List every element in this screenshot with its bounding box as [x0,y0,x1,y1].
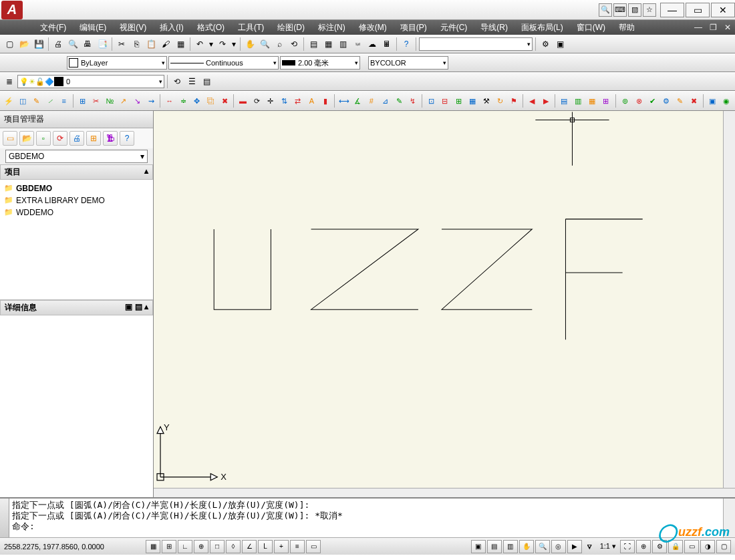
undo-drop-icon[interactable]: ▾ [208,37,214,51]
ducs-button[interactable]: L [258,540,273,553]
model-button[interactable]: ▣ [471,540,486,553]
vertical-scrollbar[interactable] [723,111,735,488]
panel3-icon[interactable]: ⊞ [452,94,465,108]
cross-ref-icon[interactable]: ✛ [264,94,277,108]
multiwire-icon[interactable]: ≡ [57,94,70,108]
menu-panel[interactable]: 面板布局(L) [514,22,570,33]
showmotion-button[interactable]: ▶ [567,540,582,553]
retag-icon[interactable]: ⟳ [251,94,263,108]
pm-section-header[interactable]: 项目 ▴ [0,164,153,180]
pan-icon[interactable]: ✋ [243,37,257,51]
wire-number-icon[interactable]: № [104,94,116,108]
dim2-icon[interactable]: ∡ [351,94,364,108]
tree-item-gbdemo[interactable]: GBDEMO [3,182,150,194]
report4-icon[interactable]: ⊞ [599,94,612,108]
properties-icon[interactable]: ▤ [307,37,320,51]
grid-button[interactable]: ⊞ [162,540,176,553]
audit5-icon[interactable]: ✎ [674,94,687,108]
doc-restore-button[interactable]: ❐ [706,22,720,33]
tool-palette-icon[interactable]: ▥ [336,37,349,51]
annoscale-icon[interactable]: ⛛ [583,543,596,551]
doc-minimize-button[interactable]: — [692,22,705,33]
menu-insert[interactable]: 插入(I) [153,22,190,33]
zoom-prev-icon[interactable]: ⟲ [287,37,301,51]
dim3-icon[interactable]: # [365,94,378,108]
scoot-icon[interactable]: ↔ [163,94,176,108]
settings-icon[interactable]: ⚙ [539,37,552,51]
wheel-button[interactable]: ◎ [551,540,566,553]
menu-help[interactable]: 帮助 [612,22,641,33]
pm-publish-icon[interactable]: 🖨 [69,131,84,146]
snap-button[interactable]: ▦ [146,540,160,553]
annoauto-button[interactable]: ⊕ [636,540,651,553]
design-center-icon[interactable]: ▦ [321,37,335,51]
lineweight-select[interactable]: 2.00 毫米▾ [280,56,360,69]
otrack-button[interactable]: ∠ [242,540,257,553]
quickview-button[interactable]: ▤ [487,540,502,553]
save-icon[interactable]: 💾 [32,37,45,51]
panel7-icon[interactable]: ⚑ [507,94,520,108]
audit3-icon[interactable]: ✔ [647,94,659,108]
lwt-button[interactable]: ≡ [290,540,305,553]
minimize-button[interactable]: — [660,3,684,17]
new-icon[interactable]: ▢ [3,37,16,51]
audit4-icon[interactable]: ⚙ [660,94,673,108]
attr-icon[interactable]: A [305,94,318,108]
audit2-icon[interactable]: ⊗ [633,94,645,108]
audit1-icon[interactable]: ⊚ [619,94,631,108]
pm-new-drawing-icon[interactable]: ▫ [36,131,51,146]
pm-project-select[interactable]: GBDEMO▾ [5,150,148,163]
cut-icon[interactable]: ✂ [115,37,128,51]
layouts-button[interactable]: ▥ [503,540,518,553]
layer-manager-icon[interactable]: ≣ [3,75,16,88]
publish-icon[interactable]: 📑 [96,37,109,51]
panel4-icon[interactable]: ▦ [466,94,479,108]
open-icon[interactable]: 📂 [17,37,31,51]
menu-edit[interactable]: 编辑(E) [73,22,113,33]
pm-refresh-icon[interactable]: ⟳ [53,131,67,146]
pm-zip-icon[interactable]: 🗜 [103,131,118,146]
linetype-select[interactable]: Continuous▾ [168,56,279,69]
layer-select[interactable]: 💡☀🔓🔷 0 ▾ [17,75,164,88]
trim-wire-icon[interactable]: ✂ [90,94,102,108]
redo-icon[interactable]: ↷ [216,37,229,51]
plotcolor-select[interactable]: BYCOLOR▾ [368,56,448,69]
tree-item-extra[interactable]: EXTRA LIBRARY DEMO [3,194,150,206]
swap-icon[interactable]: ⇄ [292,94,305,108]
dim1-icon[interactable]: ⟷ [337,94,350,108]
clean-screen-icon[interactable]: ▣ [553,37,567,51]
surfer-icon[interactable]: ▬ [237,94,249,108]
polar-button[interactable]: ⊕ [194,540,208,553]
match-prop-icon[interactable]: 🖌 [159,37,172,51]
ortho-button[interactable]: ∟ [178,540,192,553]
dest-arrow-icon[interactable]: ↘ [131,94,144,108]
ladder-icon[interactable]: ⊞ [76,94,89,108]
menu-dimension[interactable]: 标注(N) [311,22,352,33]
signal-icon[interactable]: ⇝ [145,94,158,108]
quickcalc-icon[interactable]: 🖩 [380,37,394,51]
panel5-icon[interactable]: ⚒ [480,94,492,108]
print-icon[interactable]: 🖨 [51,37,65,51]
insert-wire-icon[interactable]: ⟋ [44,94,57,108]
star-icon[interactable]: ☆ [643,3,656,17]
zoom2-button[interactable]: 🔍 [535,540,550,553]
circuit-builder-icon[interactable]: ◫ [17,94,29,108]
dim5-icon[interactable]: ✎ [393,94,406,108]
menu-window[interactable]: 窗口(W) [570,22,612,33]
menu-file[interactable]: 文件(F) [33,22,73,33]
layer-color-select[interactable]: ByLayer▾ [67,56,167,69]
delete-comp-icon[interactable]: ✖ [218,94,231,108]
key-icon[interactable]: ⌨ [613,3,627,17]
pm-help-icon[interactable]: ? [120,131,134,146]
redo-drop-icon[interactable]: ▾ [231,37,237,51]
dyn-button[interactable]: + [274,540,289,553]
pm-new-icon[interactable]: ▭ [3,131,17,146]
close-button[interactable]: ✕ [711,3,735,17]
layer-iso-icon[interactable]: ▤ [200,75,213,88]
search-icon[interactable]: 🔍 [599,3,612,17]
report2-icon[interactable]: ▥ [572,94,585,108]
copy-icon[interactable]: ⎘ [130,37,143,51]
audit6-icon[interactable]: ✖ [688,94,700,108]
menu-format[interactable]: 格式(O) [190,22,231,33]
zoom-realtime-icon[interactable]: 🔍 [258,37,271,51]
